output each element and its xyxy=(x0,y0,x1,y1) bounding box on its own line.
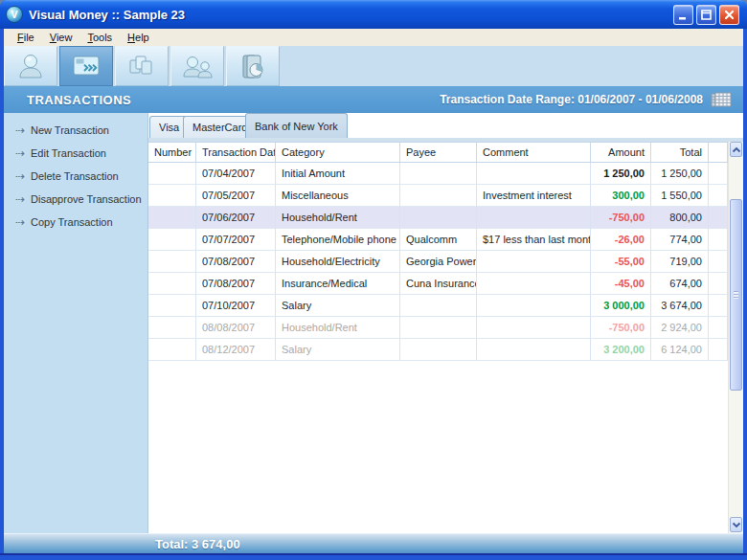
table-row-future[interactable]: 08/08/2007 Household/Rent -750,00 2 924,… xyxy=(148,317,728,339)
people-icon xyxy=(181,52,214,80)
sidebar-item-copy-transaction[interactable]: ⇢ Copy Transaction xyxy=(4,211,147,234)
window-title: Visual Money :: Sample 23 xyxy=(29,8,673,22)
card-chevrons-icon xyxy=(70,52,102,80)
menu-item-tools[interactable]: Tools xyxy=(79,31,120,44)
col-header-category[interactable]: Category xyxy=(276,143,400,163)
toolbar-button-3[interactable] xyxy=(115,46,169,86)
documents-icon xyxy=(126,52,157,80)
minimize-icon xyxy=(677,9,690,21)
col-header-payee[interactable]: Payee xyxy=(400,143,477,163)
scrollbar-thumb[interactable] xyxy=(730,199,742,391)
arrow-icon: ⇢ xyxy=(15,123,31,137)
table-row[interactable]: 07/04/2007 Initial Amount 1 250,00 1 250… xyxy=(148,163,728,185)
title-bar[interactable]: V Visual Money :: Sample 23 xyxy=(0,0,747,29)
calendar-button[interactable] xyxy=(711,92,732,108)
toolbar xyxy=(4,46,743,86)
vertical-scrollbar[interactable] xyxy=(728,142,743,533)
minimize-button[interactable] xyxy=(673,5,693,25)
sidebar-item-disapprove-transaction[interactable]: ⇢ Disapprove Transaction xyxy=(4,188,147,211)
sidebar-item-new-transaction[interactable]: ⇢ New Transaction xyxy=(4,119,147,142)
col-header-number[interactable]: Number xyxy=(148,143,196,163)
date-range-label: Transaction Date Range: 01/06/2007 - 01/… xyxy=(440,93,703,106)
status-bar: Total: 3 674,00 xyxy=(4,533,743,553)
chevron-up-icon xyxy=(732,146,741,153)
sidebar: ⇢ New Transaction ⇢ Edit Transaction ⇢ D… xyxy=(4,113,148,533)
toolbar-button-4[interactable] xyxy=(170,46,224,86)
maximize-button[interactable] xyxy=(696,5,716,25)
person-icon xyxy=(15,52,46,80)
tab-bank-of-new-york[interactable]: Bank of New York xyxy=(245,113,348,138)
menu-item-help[interactable]: Help xyxy=(120,31,157,44)
arrow-icon: ⇢ xyxy=(15,192,31,206)
section-header-band: TRANSACTIONS Transaction Date Range: 01/… xyxy=(4,86,743,113)
table-row[interactable]: 07/05/2007 Miscellaneous Investment inte… xyxy=(148,185,728,207)
col-header-comment[interactable]: Comment xyxy=(477,143,591,163)
col-header-date[interactable]: Transaction Date xyxy=(196,143,276,163)
main-panel: Visa MasterCard Bank of New York Number … xyxy=(148,113,743,533)
arrow-icon: ⇢ xyxy=(15,215,31,229)
toolbar-button-5[interactable] xyxy=(226,46,280,86)
toolbar-button-2-selected[interactable] xyxy=(59,46,113,86)
chevron-down-icon xyxy=(732,522,741,528)
table-row[interactable]: 07/10/2007 Salary 3 000,00 3 674,00 xyxy=(148,295,728,317)
table-header-row: Number Transaction Date Category Payee C… xyxy=(148,142,728,163)
close-button[interactable] xyxy=(719,5,739,25)
window-bottom-edge xyxy=(0,553,747,555)
transactions-table: Number Transaction Date Category Payee C… xyxy=(148,142,728,361)
arrow-icon: ⇢ xyxy=(15,169,31,183)
scroll-down-button[interactable] xyxy=(730,517,742,532)
menu-item-file[interactable]: File xyxy=(10,31,42,44)
maximize-icon xyxy=(700,9,713,21)
app-window: V Visual Money :: Sample 23 File View To… xyxy=(0,0,747,560)
table-row[interactable]: 07/08/2007 Insurance/Medical Cuna Insura… xyxy=(148,273,728,295)
table-row[interactable]: 07/08/2007 Household/Electricity Georgia… xyxy=(148,251,728,273)
sidebar-item-edit-transaction[interactable]: ⇢ Edit Transaction xyxy=(4,142,147,165)
col-header-amount[interactable]: Amount xyxy=(591,143,651,163)
toolbar-button-1[interactable] xyxy=(4,46,57,86)
status-total: Total: 3 674,00 xyxy=(4,537,240,551)
app-logo-icon: V xyxy=(6,6,23,23)
calendar-icon xyxy=(711,92,732,108)
menu-bar: File View Tools Help xyxy=(4,29,743,46)
scroll-up-button[interactable] xyxy=(730,142,742,157)
app-logo-letter: V xyxy=(11,10,17,20)
report-book-icon xyxy=(238,52,268,80)
col-header-filler xyxy=(709,143,728,163)
close-icon xyxy=(723,9,736,21)
col-header-total[interactable]: Total xyxy=(651,143,709,163)
arrow-icon: ⇢ xyxy=(15,146,31,160)
page-title: TRANSACTIONS xyxy=(4,93,131,107)
sidebar-item-delete-transaction[interactable]: ⇢ Delete Transaction xyxy=(4,165,147,188)
menu-item-view[interactable]: View xyxy=(42,31,80,44)
table-row[interactable]: 07/07/2007 Telephone/Mobile phone Qualco… xyxy=(148,229,728,251)
table-row-selected[interactable]: 07/06/2007 Household/Rent -750,00 800,00 xyxy=(148,207,728,229)
table-row-future[interactable]: 08/12/2007 Salary 3 200,00 6 124,00 xyxy=(148,339,728,361)
account-tabs: Visa MasterCard Bank of New York xyxy=(148,113,743,142)
